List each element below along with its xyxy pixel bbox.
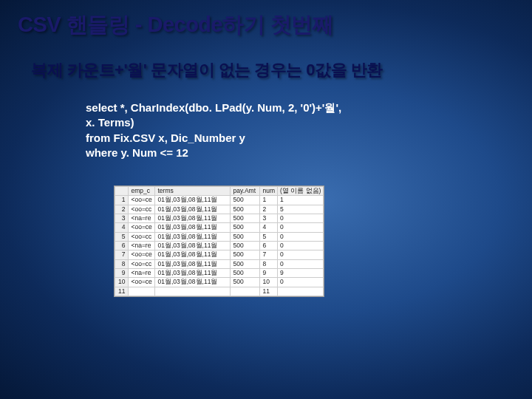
table-cell: 1: [115, 196, 129, 205]
table-row: 10<oo=ce01월,03월,08월,11월500100: [115, 278, 324, 287]
table-cell: 500: [231, 214, 260, 223]
table-cell: 500: [231, 250, 260, 259]
table-header-row: emp_c terms pay.Amt num (열 이름 없음): [115, 187, 324, 196]
table-cell: 01월,03월,08월,11월: [155, 242, 231, 250]
table-row: 1<oo=ce01월,03월,08월,11월50011: [115, 196, 324, 205]
table-cell: 01월,03월,08월,11월: [155, 205, 231, 214]
table-cell: 0: [278, 250, 324, 259]
table-cell: 500: [231, 196, 260, 205]
table-cell: <oo=ce: [129, 196, 155, 205]
table-cell: 0: [278, 223, 324, 232]
table-cell: <na=re: [129, 269, 155, 278]
table-cell: <oo=ce: [129, 223, 155, 232]
table-cell: 01월,03월,08월,11월: [155, 196, 231, 205]
table-cell: 01월,03월,08월,11월: [155, 214, 231, 223]
table-cell: 5: [278, 205, 324, 214]
table-cell: 500: [231, 223, 260, 232]
table-cell: 01월,03월,08월,11월: [155, 269, 231, 278]
table-cell: 11: [115, 287, 129, 296]
table-cell: <oo=cc: [129, 205, 155, 214]
table-cell: 10: [115, 278, 129, 287]
table-cell: [231, 287, 260, 296]
table-cell: 3: [260, 214, 278, 223]
table-cell: 0: [278, 259, 324, 268]
table-cell: 9: [278, 269, 324, 278]
table-cell: 500: [231, 232, 260, 241]
header-emp: emp_c: [129, 187, 155, 196]
table-cell: <na=re: [129, 214, 155, 223]
table-row: 4<oo=ce01월,03월,08월,11월50040: [115, 223, 324, 232]
table-cell: <na=re: [129, 242, 155, 250]
table-cell: 500: [231, 269, 260, 278]
table-cell: 01월,03월,08월,11월: [155, 259, 231, 268]
table-cell: 7: [260, 250, 278, 259]
header-num: num: [260, 187, 278, 196]
slide-title: CSV 핸들링 - Decode하기 첫번째: [18, 10, 514, 40]
table-cell: 8: [260, 259, 278, 268]
table-cell: 6: [115, 242, 129, 250]
header-expr: (열 이름 없음): [278, 187, 324, 196]
table-cell: 6: [260, 242, 278, 250]
table-row: 7<oo=ce01월,03월,08월,11월50070: [115, 250, 324, 259]
table-cell: 0: [278, 278, 324, 287]
table-cell: 0: [278, 242, 324, 250]
table-cell: 1: [260, 196, 278, 205]
header-terms: terms: [155, 187, 231, 196]
table-cell: 5: [260, 232, 278, 241]
table-cell: 4: [260, 223, 278, 232]
table-cell: 01월,03월,08월,11월: [155, 250, 231, 259]
table-row: 1111: [115, 287, 324, 296]
sql-code-block: select *, CharIndex(dbo. LPad(y. Num, 2,…: [86, 100, 514, 160]
table-cell: <oo=cc: [129, 259, 155, 268]
header-rownum: [115, 187, 129, 196]
table-cell: 9: [115, 269, 129, 278]
table-cell: <oo=ce: [129, 278, 155, 287]
slide-content: CSV 핸들링 - Decode하기 첫번째 복제 카운트+'월' 문자열이 없…: [0, 0, 532, 310]
table-row: 8<oo=cc01월,03월,08월,11월50080: [115, 259, 324, 268]
table-cell: 500: [231, 278, 260, 287]
table-cell: 4: [115, 223, 129, 232]
table-row: 9<na=re01월,03월,08월,11월50099: [115, 269, 324, 278]
table-cell: 0: [278, 232, 324, 241]
table-cell: 7: [115, 250, 129, 259]
table-cell: 3: [115, 214, 129, 223]
slide-subtitle: 복제 카운트+'월' 문자열이 없는 경우는 0값을 반환: [31, 59, 514, 81]
table-cell: 01월,03월,08월,11월: [155, 278, 231, 287]
table-cell: [278, 287, 324, 296]
table-cell: 10: [260, 278, 278, 287]
table-cell: [129, 287, 155, 296]
table-cell: 500: [231, 259, 260, 268]
table-cell: <oo=cc: [129, 232, 155, 241]
table-cell: 1: [278, 196, 324, 205]
result-table: emp_c terms pay.Amt num (열 이름 없음) 1<oo=c…: [114, 185, 324, 297]
table-cell: 01월,03월,08월,11월: [155, 223, 231, 232]
table-cell: 11: [260, 287, 278, 296]
table-cell: 8: [115, 259, 129, 268]
table-cell: 2: [260, 205, 278, 214]
table-cell: [155, 287, 231, 296]
header-pay: pay.Amt: [231, 187, 260, 196]
table-row: 6<na=re01월,03월,08월,11월50060: [115, 242, 324, 250]
table-cell: 500: [231, 205, 260, 214]
table-cell: 9: [260, 269, 278, 278]
table-cell: <oo=ce: [129, 250, 155, 259]
table-row: 5<oo=cc01월,03월,08월,11월50050: [115, 232, 324, 241]
table-cell: 5: [115, 232, 129, 241]
table-cell: 0: [278, 214, 324, 223]
table-row: 3<na=re01월,03월,08월,11월50030: [115, 214, 324, 223]
table-cell: 01월,03월,08월,11월: [155, 232, 231, 241]
table-cell: 2: [115, 205, 129, 214]
table-cell: 500: [231, 242, 260, 250]
table-row: 2<oo=cc01월,03월,08월,11월50025: [115, 205, 324, 214]
